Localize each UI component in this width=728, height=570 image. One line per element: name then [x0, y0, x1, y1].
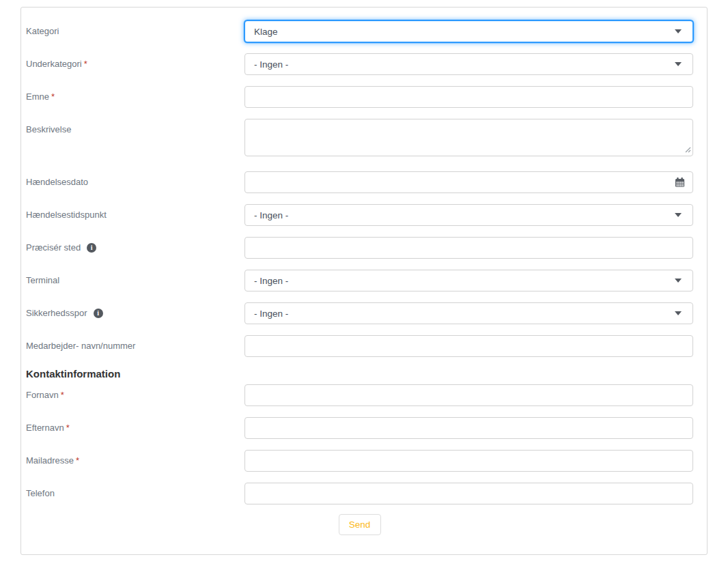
chevron-down-icon — [675, 62, 682, 66]
info-icon[interactable]: i — [87, 243, 96, 253]
efternavn-input[interactable] — [244, 417, 693, 439]
medarbejder-label-text: Medarbejder- navn/nummer — [26, 341, 135, 352]
medarbejder-label: Medarbejder- navn/nummer — [26, 341, 244, 352]
fornavn-label-text: Fornavn — [26, 390, 59, 401]
kategori-control: Klage — [244, 20, 693, 42]
form-row-praeciser-sted: Præcisér sted i — [26, 237, 693, 259]
terminal-label: Terminal — [26, 275, 244, 286]
beskrivelse-control — [244, 119, 693, 156]
resize-handle[interactable] — [684, 146, 691, 153]
praeciser-sted-control — [244, 237, 693, 259]
telefon-label-text: Telefon — [26, 488, 55, 499]
sikkerhedsspor-label-text: Sikkerhedsspor — [26, 308, 87, 319]
required-marker: * — [84, 59, 87, 70]
emne-control — [244, 86, 693, 108]
mailadresse-label-text: Mailadresse — [26, 455, 74, 466]
form-row-underkategori: Underkategori * - Ingen - — [26, 53, 693, 75]
required-marker: * — [61, 390, 64, 401]
chevron-down-icon — [675, 29, 682, 33]
send-row: Send — [26, 514, 693, 535]
beskrivelse-label: Beskrivelse — [26, 124, 244, 135]
form-row-telefon: Telefon — [26, 483, 693, 504]
haendelsestidspunkt-control: - Ingen - — [244, 204, 693, 226]
beskrivelse-textarea[interactable] — [244, 119, 693, 156]
efternavn-label-text: Efternavn — [26, 423, 64, 433]
section-heading-kontaktinformation: Kontaktinformation — [26, 368, 693, 380]
haendelsestidspunkt-select-value: - Ingen - — [254, 210, 288, 220]
terminal-select-value: - Ingen - — [254, 276, 288, 286]
emne-label-text: Emne — [26, 91, 49, 102]
mailadresse-control — [244, 450, 693, 472]
chevron-down-icon — [675, 311, 682, 315]
underkategori-select[interactable]: - Ingen - — [244, 53, 693, 75]
underkategori-select-value: - Ingen - — [254, 59, 288, 70]
form-row-emne: Emne * — [26, 86, 693, 108]
form-card: Kategori Klage Underkategori * - Ingen -… — [20, 7, 708, 555]
efternavn-control — [244, 417, 693, 439]
haendelsesdato-label: Hændelsesdato — [26, 177, 244, 188]
praeciser-sted-input[interactable] — [244, 237, 693, 259]
underkategori-control: - Ingen - — [244, 53, 693, 75]
form-row-mailadresse: Mailadresse * — [26, 450, 693, 472]
kategori-label-text: Kategori — [26, 26, 59, 37]
form-row-fornavn: Fornavn * — [26, 384, 693, 406]
form-row-medarbejder: Medarbejder- navn/nummer — [26, 335, 693, 357]
fornavn-input[interactable] — [244, 384, 693, 406]
mailadresse-input[interactable] — [244, 450, 693, 472]
required-marker: * — [66, 423, 70, 433]
telefon-control — [244, 483, 693, 504]
medarbejder-control — [244, 335, 693, 357]
haendelsestidspunkt-select[interactable]: - Ingen - — [244, 204, 693, 226]
mailadresse-label: Mailadresse * — [26, 455, 244, 466]
haendelsesdato-input[interactable] — [244, 171, 693, 193]
required-marker: * — [76, 455, 79, 466]
underkategori-label-text: Underkategori — [26, 59, 82, 70]
chevron-down-icon — [675, 279, 682, 283]
kategori-label: Kategori — [26, 26, 244, 37]
kategori-select[interactable]: Klage — [244, 20, 693, 42]
medarbejder-input[interactable] — [244, 335, 693, 357]
sikkerhedsspor-label: Sikkerhedsspor i — [26, 308, 244, 319]
required-marker: * — [51, 91, 55, 102]
form-row-efternavn: Efternavn * — [26, 417, 693, 439]
underkategori-label: Underkategori * — [26, 59, 244, 70]
telefon-label: Telefon — [26, 488, 244, 499]
haendelsestidspunkt-label-text: Hændelsestidspunkt — [26, 210, 107, 220]
fornavn-control — [244, 384, 693, 406]
praeciser-sted-label-text: Præcisér sted — [26, 242, 81, 253]
terminal-select[interactable]: - Ingen - — [244, 270, 693, 291]
calendar-icon[interactable] — [675, 177, 685, 188]
haendelsesdato-control — [244, 171, 693, 193]
beskrivelse-label-text: Beskrivelse — [26, 124, 71, 135]
send-button[interactable]: Send — [339, 514, 381, 535]
sikkerhedsspor-select-value: - Ingen - — [254, 309, 288, 319]
info-icon[interactable]: i — [94, 309, 103, 318]
terminal-label-text: Terminal — [26, 275, 59, 286]
sikkerhedsspor-control: - Ingen - — [244, 302, 693, 324]
terminal-control: - Ingen - — [244, 270, 693, 291]
efternavn-label: Efternavn * — [26, 423, 244, 433]
praeciser-sted-label: Præcisér sted i — [26, 242, 244, 253]
fornavn-label: Fornavn * — [26, 390, 244, 401]
form-row-haendelsestidspunkt: Hændelsestidspunkt - Ingen - — [26, 204, 693, 226]
telefon-input[interactable] — [244, 483, 693, 504]
chevron-down-icon — [675, 213, 682, 217]
haendelsestidspunkt-label: Hændelsestidspunkt — [26, 210, 244, 220]
form-row-sikkerhedsspor: Sikkerhedsspor i - Ingen - — [26, 302, 693, 324]
haendelsesdato-label-text: Hændelsesdato — [26, 177, 88, 188]
emne-label: Emne * — [26, 91, 244, 102]
emne-input[interactable] — [244, 86, 693, 108]
form-row-beskrivelse: Beskrivelse — [26, 119, 693, 156]
form-row-kategori: Kategori Klage — [26, 20, 693, 42]
form-row-haendelsesdato: Hændelsesdato — [26, 171, 693, 193]
form-row-terminal: Terminal - Ingen - — [26, 270, 693, 291]
sikkerhedsspor-select[interactable]: - Ingen - — [244, 302, 693, 324]
kategori-select-value: Klage — [254, 27, 278, 37]
